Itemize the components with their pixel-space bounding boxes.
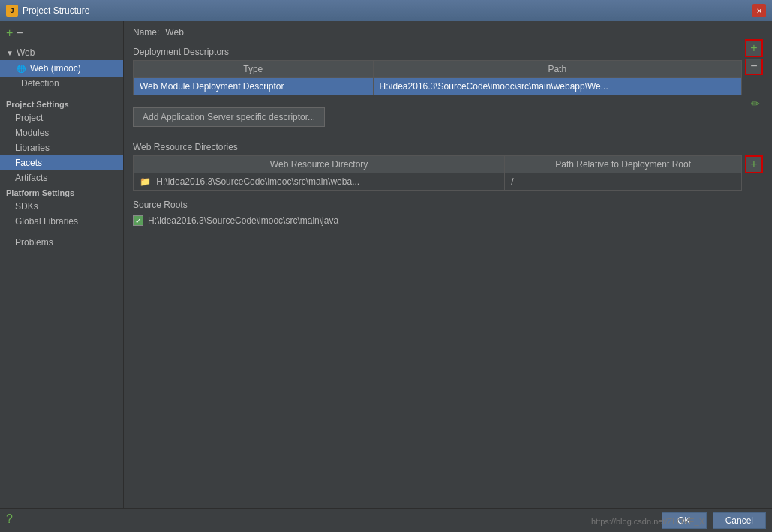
- sidebar-item-problems[interactable]: Problems: [0, 235, 123, 250]
- add-app-server-button[interactable]: Add Application Server specific descript…: [133, 107, 325, 127]
- watermark: https://blog.csdn.net/ZLOVE_X: [591, 517, 704, 526]
- name-value: Web: [165, 27, 183, 38]
- sidebar-item-artifacts[interactable]: Artifacts: [0, 170, 123, 185]
- source-root-path: H:\idea2016.3\SourceCode\imooc\src\main\…: [148, 215, 338, 226]
- deployment-descriptors-table-wrapper: Type Path Web Module Deployment Descript…: [133, 60, 763, 95]
- app-icon: J: [6, 5, 18, 17]
- remove-facet-button[interactable]: −: [16, 27, 23, 39]
- dd-cell-type: Web Module Deployment Descriptor: [134, 78, 374, 95]
- table-row[interactable]: Web Module Deployment Descriptor H:\idea…: [134, 78, 742, 95]
- source-roots-item: ✓ H:\idea2016.3\SourceCode\imooc\src\mai…: [133, 213, 763, 228]
- tree-item-detection[interactable]: Detection: [0, 77, 123, 90]
- dd-remove-button[interactable]: −: [745, 59, 763, 75]
- source-root-checkbox[interactable]: ✓: [133, 215, 143, 226]
- bottom-bar: ? https://blog.csdn.net/ZLOVE_X OK Cance…: [0, 508, 772, 532]
- add-facet-button[interactable]: +: [6, 27, 13, 39]
- facets-tree: ▼ Web 🌐 Web (imooc) Detection: [0, 42, 123, 93]
- web-resource-table: Web Resource Directory Path Relative to …: [133, 155, 742, 191]
- dd-col-path: Path: [373, 61, 741, 78]
- dd-cell-path: H:\idea2016.3\SourceCode\imooc\src\main\…: [373, 78, 741, 95]
- wr-col-relative-path: Path Relative to Deployment Root: [505, 156, 742, 173]
- sidebar-add-bar: + −: [0, 24, 123, 42]
- dd-col-type: Type: [134, 61, 374, 78]
- folder-icon: 📁: [140, 176, 151, 187]
- sidebar-item-global-libraries[interactable]: Global Libraries: [0, 214, 123, 229]
- source-roots-header: Source Roots: [133, 200, 763, 210]
- main-container: + − ▼ Web 🌐 Web (imooc) Detection Projec…: [0, 21, 772, 508]
- wr-add-button[interactable]: +: [745, 155, 763, 173]
- sidebar: + − ▼ Web 🌐 Web (imooc) Detection Projec…: [0, 21, 124, 508]
- sidebar-item-libraries[interactable]: Libraries: [0, 140, 123, 155]
- tree-item-web-imooc[interactable]: 🌐 Web (imooc): [0, 60, 123, 77]
- web-icon: 🌐: [15, 62, 27, 74]
- dd-add-button[interactable]: +: [745, 39, 763, 57]
- wr-cell-relative-path: /: [505, 173, 742, 191]
- sidebar-item-facets[interactable]: Facets: [0, 155, 123, 170]
- wr-cell-directory: 📁 H:\idea2016.3\SourceCode\imooc\src\mai…: [134, 173, 505, 191]
- title-bar: J Project Structure ✕: [0, 0, 772, 21]
- sidebar-item-modules[interactable]: Modules: [0, 125, 123, 140]
- name-label: Name:: [133, 27, 159, 38]
- deployment-descriptors-table: Type Path Web Module Deployment Descript…: [133, 60, 742, 95]
- tree-arrow: ▼: [6, 49, 14, 57]
- deployment-descriptors-header: Deployment Descriptors: [133, 47, 763, 57]
- wr-table-wrapper: Web Resource Directory Path Relative to …: [133, 155, 763, 191]
- platform-settings-header: Platform Settings: [0, 185, 123, 199]
- wr-col-directory: Web Resource Directory: [134, 156, 505, 173]
- dd-edit-button[interactable]: ✏: [751, 98, 760, 110]
- tree-item-web[interactable]: ▼ Web: [0, 45, 123, 60]
- cancel-button[interactable]: Cancel: [713, 512, 766, 529]
- source-roots-section: Source Roots ✓ H:\idea2016.3\SourceCode\…: [133, 200, 763, 228]
- sidebar-item-sdks[interactable]: SDKs: [0, 199, 123, 214]
- project-settings-header: Project Settings: [0, 97, 123, 110]
- help-button[interactable]: ?: [6, 512, 13, 526]
- web-resource-header: Web Resource Directories: [133, 142, 763, 152]
- sidebar-item-project[interactable]: Project: [0, 110, 123, 125]
- close-button[interactable]: ✕: [752, 4, 766, 17]
- table-row[interactable]: 📁 H:\idea2016.3\SourceCode\imooc\src\mai…: [134, 173, 742, 191]
- content-area: Name: Web Deployment Descriptors Type Pa…: [124, 21, 772, 508]
- window-title: Project Structure: [23, 5, 752, 16]
- web-resource-directories-section: Web Resource Directories Web Resource Di…: [133, 142, 763, 191]
- name-row: Name: Web: [133, 27, 763, 38]
